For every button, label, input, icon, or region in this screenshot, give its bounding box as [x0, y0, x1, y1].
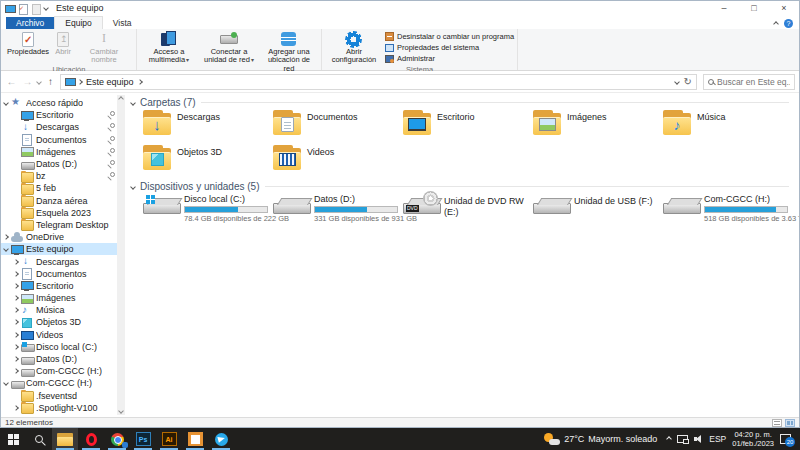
tab-archivo[interactable]: Archivo	[6, 17, 54, 29]
sidebar-item[interactable]: Documentos	[1, 268, 125, 280]
taskbar-chrome-button[interactable]	[104, 428, 130, 450]
folder-tile[interactable]: Imágenes	[533, 110, 663, 140]
details-view-button[interactable]	[772, 419, 782, 427]
qat-properties-icon[interactable]	[18, 4, 27, 13]
sidebar-item[interactable]: Imágenes	[1, 292, 125, 304]
chevron-right-icon[interactable]	[13, 368, 19, 374]
sidebar-item[interactable]: bz	[1, 170, 125, 182]
taskbar-start-button[interactable]	[0, 428, 26, 450]
abrir-configuracion-button[interactable]: Abrir configuración	[325, 30, 383, 65]
breadcrumb-chevron-icon[interactable]	[77, 79, 83, 85]
taskbar-illustrator-button[interactable]: Ai	[156, 428, 182, 450]
section-header[interactable]: Carpetas (7)	[131, 96, 795, 109]
taskbar-search-button[interactable]	[26, 428, 52, 450]
taskbar-sticky-notes-button[interactable]	[182, 428, 208, 450]
address-dropdown-icon[interactable]	[674, 79, 680, 85]
sidebar-item[interactable]: Descargas	[1, 255, 125, 267]
taskbar-opera-button[interactable]	[78, 428, 104, 450]
chevron-down-icon[interactable]	[3, 100, 9, 106]
sidebar-item[interactable]: Acceso rápido	[1, 97, 125, 109]
chevron-right-icon[interactable]	[13, 332, 19, 338]
desinstalar-programa-button[interactable]: Desinstalar o cambiar un programa	[385, 32, 514, 41]
drive-tile[interactable]: DVD Unidad de DVD RW (E:)	[403, 194, 533, 232]
chevron-down-icon[interactable]	[130, 184, 136, 190]
tab-vista[interactable]: Vista	[103, 17, 142, 29]
chevron-right-icon[interactable]	[13, 271, 19, 277]
refresh-icon[interactable]: ↻	[684, 76, 692, 87]
abrir-button[interactable]: Abrir	[53, 30, 73, 56]
sidebar-item[interactable]: Descargas	[1, 121, 125, 133]
clock[interactable]: 04:20 p. m. 01/feb./2023	[732, 430, 774, 449]
drive-tile[interactable]: Disco local (C:) 78.4 GB disponibles de …	[143, 194, 273, 232]
chevron-right-icon[interactable]	[13, 295, 19, 301]
sidebar-item[interactable]: Videos	[1, 329, 125, 341]
breadcrumb[interactable]: Este equipo	[86, 77, 134, 87]
sidebar-item[interactable]: Datos (D:)	[1, 353, 125, 365]
sidebar-item[interactable]: Este equipo	[1, 243, 125, 255]
help-icon[interactable]: ?	[784, 19, 793, 28]
chevron-right-icon[interactable]	[13, 307, 19, 313]
network-icon[interactable]	[677, 435, 688, 443]
forward-button[interactable]: →	[21, 76, 34, 87]
tab-equipo[interactable]: Equipo	[54, 16, 102, 29]
chevron-right-icon[interactable]	[13, 344, 19, 350]
sidebar-item[interactable]: Danza aérea	[1, 195, 125, 207]
sidebar-item[interactable]: .Spotlight-V100	[1, 402, 125, 414]
sidebar-item[interactable]: 5 feb	[1, 182, 125, 194]
folder-tile[interactable]: Descargas	[143, 110, 273, 140]
sidebar-item[interactable]: Escritorio	[1, 280, 125, 292]
qat-new-folder-icon[interactable]	[31, 4, 40, 13]
sidebar-item[interactable]: Telegram Desktop	[1, 219, 125, 231]
chevron-right-icon[interactable]	[3, 234, 9, 240]
sidebar-item[interactable]: Com-CGCC (H:)	[1, 377, 125, 389]
language-indicator[interactable]: ESP	[709, 434, 726, 444]
chevron-right-icon[interactable]	[13, 405, 19, 411]
weather-widget[interactable]: 27°C Mayorm. soleado	[540, 433, 661, 446]
scroll-up-icon[interactable]	[118, 96, 124, 102]
chevron-right-icon[interactable]	[13, 356, 19, 362]
sidebar-item[interactable]: Esquela 2023	[1, 207, 125, 219]
chevron-down-icon[interactable]	[3, 381, 9, 387]
conectar-unidad-red-button[interactable]: Conectar a unidad de red	[200, 30, 258, 65]
chevron-right-icon[interactable]	[13, 283, 19, 289]
propiedades-button[interactable]: Propiedades	[5, 30, 51, 56]
chevron-down-icon[interactable]	[130, 100, 136, 106]
sidebar-item[interactable]: Música	[1, 304, 125, 316]
drive-tile[interactable]: Com-CGCC (H:) 518 GB disponibles de 3.63…	[663, 194, 793, 232]
taskbar-telegram-button[interactable]	[208, 428, 234, 450]
chevron-right-icon[interactable]	[13, 320, 19, 326]
close-button[interactable]: ×	[769, 1, 799, 15]
minimize-button[interactable]: –	[709, 1, 739, 15]
large-icons-view-button[interactable]	[785, 419, 795, 427]
maximize-button[interactable]: □	[739, 1, 769, 15]
cambiar-nombre-button[interactable]: Cambiar nombre	[75, 30, 133, 65]
taskbar-explorer-button[interactable]	[52, 428, 78, 450]
taskbar-photoshop-button[interactable]: Ps	[130, 428, 156, 450]
sidebar-item[interactable]: Escritorio	[1, 109, 125, 121]
sidebar-item[interactable]: Datos (D:)	[1, 158, 125, 170]
qat-customize-chevron-icon[interactable]	[43, 5, 49, 11]
drive-tile[interactable]: Unidad de USB (F:)	[533, 194, 663, 232]
sidebar-item[interactable]: Objetos 3D	[1, 316, 125, 328]
administrar-button[interactable]: Administrar	[385, 54, 514, 63]
section-header[interactable]: Dispositivos y unidades (5)	[131, 180, 795, 193]
chevron-right-icon[interactable]	[13, 259, 19, 265]
back-button[interactable]: ←	[5, 76, 18, 87]
recent-locations-chevron-icon[interactable]	[36, 79, 42, 85]
address-field[interactable]: Este equipo ↻	[60, 74, 697, 90]
drive-tile[interactable]: Datos (D:) 331 GB disponibles de 931 GB	[273, 194, 403, 232]
propiedades-sistema-button[interactable]: Propiedades del sistema	[385, 43, 514, 52]
agregar-ubicacion-red-button[interactable]: Agregar una ubicación de red	[260, 30, 318, 73]
folder-tile[interactable]: Objetos 3D	[143, 145, 273, 175]
scroll-down-icon[interactable]	[118, 408, 124, 414]
sidebar-scrollbar[interactable]	[117, 95, 125, 415]
folder-tile[interactable]: Escritorio	[403, 110, 533, 140]
action-center-icon[interactable]: 20	[780, 434, 791, 444]
folder-tile[interactable]: Videos	[273, 145, 403, 175]
chevron-down-icon[interactable]	[3, 247, 9, 253]
sidebar-item[interactable]: Imágenes	[1, 146, 125, 158]
sidebar-item[interactable]: Disco local (C:)	[1, 341, 125, 353]
breadcrumb-chevron-icon[interactable]	[137, 79, 143, 85]
acceso-multimedia-button[interactable]: Acceso a multimedia	[140, 30, 198, 65]
sidebar-item[interactable]: Com-CGCC (H:)	[1, 365, 125, 377]
